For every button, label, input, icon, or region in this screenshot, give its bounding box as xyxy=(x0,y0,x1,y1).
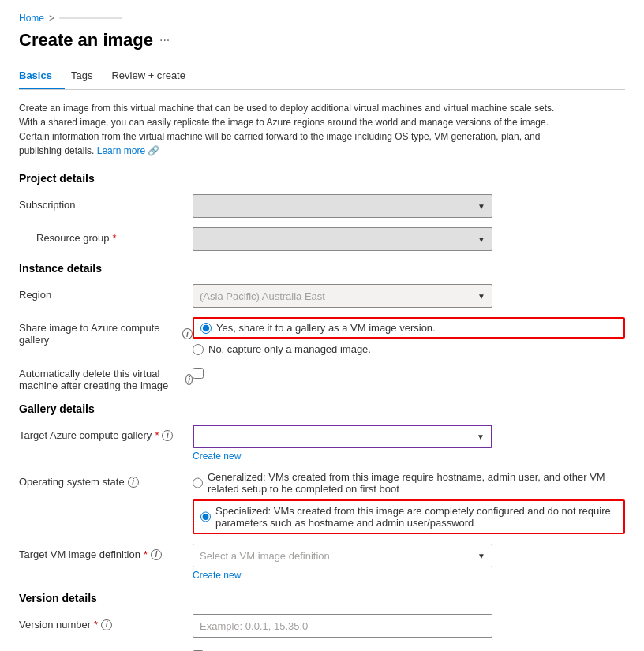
share-option1-label: Yes, share it to a gallery as a VM image… xyxy=(216,322,436,334)
target-definition-dropdown-arrow: ▼ xyxy=(477,552,485,560)
specialized-radio[interactable]: Specialized: VMs created from this image… xyxy=(200,505,617,529)
subscription-label: Subscription xyxy=(19,194,193,211)
auto-delete-label: Automatically delete this virtual machin… xyxy=(19,365,193,391)
tab-review-create[interactable]: Review + create xyxy=(111,63,198,89)
specialized-radio-label: Specialized: VMs created from this image… xyxy=(215,505,617,529)
target-gallery-info-icon[interactable]: i xyxy=(162,430,173,441)
breadcrumb-separator: > xyxy=(49,13,54,24)
share-option2-radio[interactable]: No, capture only a managed image. xyxy=(193,343,625,355)
tab-tags[interactable]: Tags xyxy=(71,63,105,89)
target-gallery-dropdown-arrow: ▼ xyxy=(477,432,485,441)
version-number-info-icon[interactable]: i xyxy=(101,619,112,630)
region-dropdown[interactable]: (Asia Pacific) Australia East ▼ xyxy=(193,284,492,308)
share-image-info-icon[interactable]: i xyxy=(182,328,193,339)
share-option2-label: No, capture only a managed image. xyxy=(208,343,371,355)
target-gallery-required: * xyxy=(155,429,159,441)
create-new-definition-link[interactable]: Create new xyxy=(193,570,625,581)
subscription-dropdown-arrow: ▼ xyxy=(477,202,485,211)
tab-basics[interactable]: Basics xyxy=(19,63,65,89)
resource-group-dropdown[interactable]: ▼ xyxy=(193,227,492,251)
exclude-latest-label: Exclude from latest i xyxy=(19,647,193,651)
target-definition-placeholder: Select a VM image definition xyxy=(200,550,477,562)
share-option2-input[interactable] xyxy=(193,344,204,355)
region-dropdown-arrow: ▼ xyxy=(477,292,485,301)
target-definition-info-icon[interactable]: i xyxy=(151,549,162,560)
page-title: Create an image xyxy=(19,30,153,51)
subscription-dropdown[interactable]: ▼ xyxy=(193,194,492,218)
resource-group-label: Resource group * xyxy=(19,227,193,244)
os-state-info-icon[interactable]: i xyxy=(128,477,139,488)
generalized-radio[interactable]: Generalized: VMs created from this image… xyxy=(193,471,625,495)
auto-delete-checkbox-container xyxy=(193,368,625,379)
instance-details-section-title: Instance details xyxy=(19,262,625,275)
share-option1-container: Yes, share it to a gallery as a VM image… xyxy=(193,317,625,339)
tab-bar: Basics Tags Review + create xyxy=(19,63,625,90)
specialized-radio-input[interactable] xyxy=(200,511,211,522)
version-number-label: Version number * i xyxy=(19,614,193,630)
more-options-icon[interactable]: ··· xyxy=(159,33,170,47)
resource-group-required: * xyxy=(113,232,117,244)
target-gallery-label: Target Azure compute gallery * i xyxy=(19,425,193,441)
breadcrumb-home[interactable]: Home xyxy=(19,13,44,24)
target-definition-label: Target VM image definition * i xyxy=(19,544,193,560)
breadcrumb: Home > xyxy=(19,13,625,24)
target-gallery-dropdown[interactable]: ▼ xyxy=(193,425,492,448)
share-option1-input[interactable] xyxy=(200,323,212,334)
share-option1-radio[interactable]: Yes, share it to a gallery as a VM image… xyxy=(200,322,617,334)
resource-group-dropdown-arrow: ▼ xyxy=(477,235,485,244)
breadcrumb-current xyxy=(59,17,122,19)
region-label: Region xyxy=(19,284,193,301)
specialized-container: Specialized: VMs created from this image… xyxy=(193,499,625,534)
create-new-gallery-link[interactable]: Create new xyxy=(193,451,625,462)
version-number-input[interactable] xyxy=(193,614,492,638)
auto-delete-info-icon[interactable]: i xyxy=(185,374,193,385)
generalized-radio-input[interactable] xyxy=(193,477,203,488)
generalized-radio-label: Generalized: VMs created from this image… xyxy=(208,471,625,495)
learn-more-link[interactable]: Learn more 🔗 xyxy=(97,145,160,156)
share-image-radio-group: Yes, share it to a gallery as a VM image… xyxy=(193,317,625,355)
os-state-radio-group: Generalized: VMs created from this image… xyxy=(193,471,625,534)
auto-delete-checkbox[interactable] xyxy=(193,368,204,379)
region-value: (Asia Pacific) Australia East xyxy=(200,290,477,302)
target-definition-required: * xyxy=(144,548,148,560)
os-state-label: Operating system state i xyxy=(19,471,193,488)
subscription-value xyxy=(200,200,477,212)
version-number-required: * xyxy=(94,619,98,630)
share-image-label: Share image to Azure compute gallery i xyxy=(19,317,193,346)
target-gallery-value xyxy=(200,431,477,443)
resource-group-value xyxy=(200,234,477,245)
gallery-details-section-title: Gallery details xyxy=(19,402,625,415)
project-details-section-title: Project details xyxy=(19,172,625,185)
version-details-section-title: Version details xyxy=(19,592,625,604)
target-definition-dropdown[interactable]: Select a VM image definition ▼ xyxy=(193,544,492,567)
page-description: Create an image from this virtual machin… xyxy=(19,101,556,158)
